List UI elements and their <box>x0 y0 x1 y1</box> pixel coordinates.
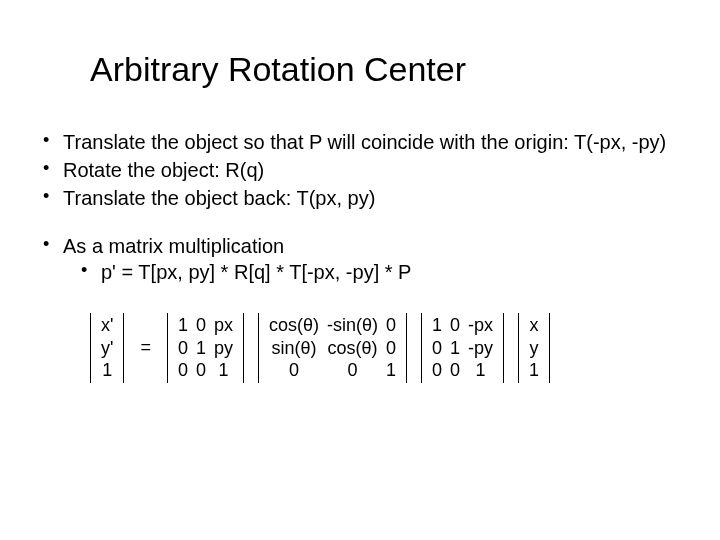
matrix-cell: 0 <box>192 314 210 337</box>
matrix-cell: 1 <box>382 359 400 382</box>
matrix-cell: -py <box>464 337 497 360</box>
matrix-cell: 0 <box>446 314 464 337</box>
matrix-cell: 1 <box>210 359 237 382</box>
bullet-list: Translate the object so that P will coin… <box>35 129 685 285</box>
matrix-cell: 1 <box>525 359 543 382</box>
matrix-result-vector: x' y' 1 <box>90 313 124 383</box>
matrix-cell: -px <box>464 314 497 337</box>
matrix-cell: sin(θ) <box>265 337 323 360</box>
matrix-cell: -sin(θ) <box>323 314 382 337</box>
matrix-cell: y <box>525 337 543 360</box>
bullet-item: Translate the object back: T(px, py) <box>35 185 685 211</box>
matrix-translate-back: 10-px 01-py 001 <box>421 313 504 383</box>
matrix-cell: 0 <box>382 314 400 337</box>
matrix-cell: 0 <box>323 359 382 382</box>
bullet-item: As a matrix multiplication p' = T[px, py… <box>35 233 685 285</box>
matrix-equation: x' y' 1 = 10px 01py 001 cos(θ)-sin(θ)0 s… <box>90 313 685 383</box>
bullet-item: Translate the object so that P will coin… <box>35 129 685 155</box>
matrix-cell: x' <box>97 314 117 337</box>
matrix-cell: 0 <box>428 337 446 360</box>
matrix-cell: py <box>210 337 237 360</box>
matrix-cell: cos(θ) <box>323 337 382 360</box>
bullet-item: Rotate the object: R(q) <box>35 157 685 183</box>
matrix-translate-forward: 10px 01py 001 <box>167 313 244 383</box>
matrix-cell: 0 <box>382 337 400 360</box>
bullet-text: As a matrix multiplication <box>63 235 284 257</box>
matrix-cell: y' <box>97 337 117 360</box>
matrix-cell: 0 <box>174 337 192 360</box>
matrix-cell: 0 <box>192 359 210 382</box>
matrix-cell: 1 <box>428 314 446 337</box>
matrix-cell: 0 <box>446 359 464 382</box>
matrix-cell: x <box>525 314 543 337</box>
bullet-subitem: p' = T[px, py] * R[q] * T[-px, -py] * P <box>63 259 685 285</box>
matrix-cell: 0 <box>428 359 446 382</box>
matrix-cell: cos(θ) <box>265 314 323 337</box>
matrix-cell: 1 <box>97 359 117 382</box>
matrix-cell: 1 <box>192 337 210 360</box>
equals-sign: = <box>138 337 153 358</box>
matrix-input-vector: x y 1 <box>518 313 550 383</box>
matrix-cell: 1 <box>446 337 464 360</box>
matrix-cell: 0 <box>174 359 192 382</box>
matrix-cell: px <box>210 314 237 337</box>
slide-title: Arbitrary Rotation Center <box>90 50 685 89</box>
matrix-cell: 0 <box>265 359 323 382</box>
matrix-rotation: cos(θ)-sin(θ)0 sin(θ)cos(θ)0 001 <box>258 313 407 383</box>
matrix-cell: 1 <box>174 314 192 337</box>
matrix-cell: 1 <box>464 359 497 382</box>
